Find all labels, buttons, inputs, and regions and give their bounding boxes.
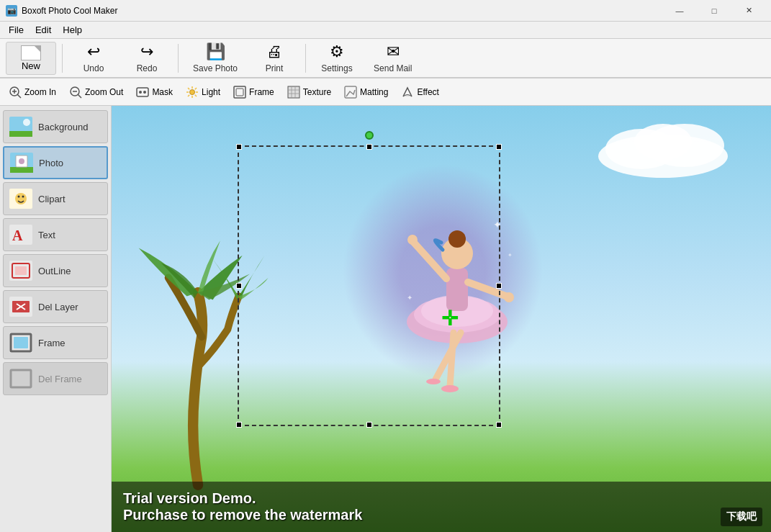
zoom-in-label: Zoom In	[24, 87, 56, 97]
light-icon	[186, 86, 199, 99]
zoom-in-icon	[9, 86, 22, 99]
watermark-area: Trial version Demo. Purchase to remove t…	[112, 482, 771, 532]
matting-label: Matting	[360, 87, 388, 97]
svg-point-8	[139, 91, 142, 94]
save-button[interactable]: 💾 Save Photo	[184, 42, 246, 75]
svg-rect-20	[236, 89, 243, 96]
redo-button[interactable]: ↪ Redo	[122, 42, 172, 75]
watermark-logo: 下载吧	[721, 508, 762, 526]
svg-point-33	[19, 158, 24, 164]
menu-file[interactable]: File	[3, 23, 30, 37]
svg-rect-59	[446, 268, 468, 311]
svg-point-61	[448, 230, 466, 248]
effect-button[interactable]: Effect	[395, 81, 444, 103]
menu-edit[interactable]: Edit	[30, 23, 57, 37]
svg-point-37	[22, 196, 24, 198]
svg-rect-28	[9, 131, 32, 137]
sendmail-icon: ✉	[387, 42, 400, 61]
del-layer-label: Del Layer	[38, 302, 78, 312]
svg-text:✦: ✦	[493, 219, 502, 230]
del-frame-label: Del Frame	[38, 374, 82, 384]
photo-button[interactable]: Photo	[3, 146, 108, 179]
photo-icon	[10, 153, 33, 173]
svg-rect-7	[137, 88, 148, 96]
print-label: Print	[266, 63, 284, 73]
close-button[interactable]: ✕	[732, 0, 765, 22]
frame-left-button[interactable]: Frame	[3, 326, 108, 359]
print-icon: 🖨	[266, 42, 282, 61]
watermark-line2: Purchase to remove the watermark	[123, 507, 759, 523]
maximize-button[interactable]: □	[698, 0, 731, 22]
new-button[interactable]: New	[6, 42, 56, 75]
text-label: Text	[38, 230, 55, 240]
matting-icon	[344, 86, 357, 99]
left-panel: Background Photo Clipart A Text OutLine	[0, 106, 112, 532]
app-title: Boxoft Photo Cool Maker	[22, 6, 663, 16]
svg-point-9	[143, 91, 146, 94]
background-icon	[9, 117, 32, 137]
svg-point-29	[23, 119, 30, 126]
undo-icon: ↩	[87, 42, 100, 61]
background-button[interactable]: Background	[3, 110, 108, 143]
effect-label: Effect	[417, 87, 438, 97]
outline-button[interactable]: OutLine	[3, 254, 108, 287]
frame-label: Frame	[249, 87, 274, 97]
handle-tl[interactable]	[236, 144, 242, 150]
svg-point-10	[190, 89, 195, 94]
cloud-right	[591, 120, 735, 178]
clipart-label: Clipart	[38, 194, 66, 204]
texture-label: Texture	[303, 87, 331, 97]
ballerina-figure: ✦ ✦ ✦ ✛	[364, 156, 551, 430]
secondary-toolbar: Zoom In Zoom Out Mask Light Frame Textur…	[0, 78, 771, 106]
toolbar: New ↩ Undo ↪ Redo 💾 Save Photo 🖨 Print ⚙…	[0, 39, 771, 78]
svg-text:✛: ✛	[441, 307, 459, 330]
sendmail-button[interactable]: ✉ Send Mail	[365, 42, 420, 75]
window-controls: — □ ✕	[663, 0, 765, 22]
svg-rect-19	[234, 86, 245, 98]
svg-line-17	[195, 88, 197, 89]
canvas-area[interactable]: ✦ ✦ ✦ ✛ Trial version Demo.	[112, 106, 771, 532]
frame-left-label: Frame	[38, 338, 66, 348]
zoom-in-button[interactable]: Zoom In	[3, 81, 62, 103]
texture-icon	[287, 86, 300, 99]
del-frame-icon	[9, 369, 32, 389]
svg-rect-31	[10, 167, 33, 173]
svg-rect-49	[14, 337, 28, 348]
clipart-button[interactable]: Clipart	[3, 182, 108, 215]
svg-text:✦: ✦	[407, 294, 412, 302]
palm-tree	[119, 233, 277, 492]
svg-point-63	[407, 235, 418, 245]
undo-button[interactable]: ↩ Undo	[68, 42, 119, 75]
handle-tm[interactable]	[366, 144, 372, 150]
del-frame-button[interactable]: Del Frame	[3, 362, 108, 395]
frame-button[interactable]: Frame	[227, 81, 280, 103]
svg-line-64	[468, 282, 508, 297]
settings-button[interactable]: ⚙ Settings	[312, 42, 362, 75]
light-button[interactable]: Light	[180, 81, 226, 103]
zoom-out-button[interactable]: Zoom Out	[63, 81, 129, 103]
app-icon: 📷	[6, 5, 17, 17]
svg-line-5	[78, 94, 81, 98]
settings-icon: ⚙	[330, 42, 344, 61]
del-layer-button[interactable]: Del Layer	[3, 290, 108, 323]
handle-tr[interactable]	[496, 144, 502, 150]
rotate-handle[interactable]	[365, 131, 374, 140]
effect-icon	[401, 86, 414, 99]
undo-label: Undo	[84, 63, 104, 73]
clipart-icon	[9, 189, 32, 209]
frame-left-icon	[9, 333, 32, 353]
matting-button[interactable]: Matting	[338, 81, 394, 103]
texture-button[interactable]: Texture	[281, 81, 337, 103]
minimize-button[interactable]: —	[663, 0, 696, 22]
mask-button[interactable]: Mask	[130, 81, 179, 103]
svg-rect-21	[288, 86, 299, 98]
sendmail-label: Send Mail	[374, 63, 412, 73]
menu-help[interactable]: Help	[57, 23, 88, 37]
print-button[interactable]: 🖨 Print	[249, 42, 299, 75]
svg-line-15	[188, 88, 189, 89]
text-button[interactable]: A Text	[3, 218, 108, 251]
frame-icon	[233, 86, 246, 99]
svg-line-1	[17, 94, 21, 98]
title-bar: 📷 Boxoft Photo Cool Maker — □ ✕	[0, 0, 771, 22]
svg-text:A: A	[12, 227, 23, 243]
